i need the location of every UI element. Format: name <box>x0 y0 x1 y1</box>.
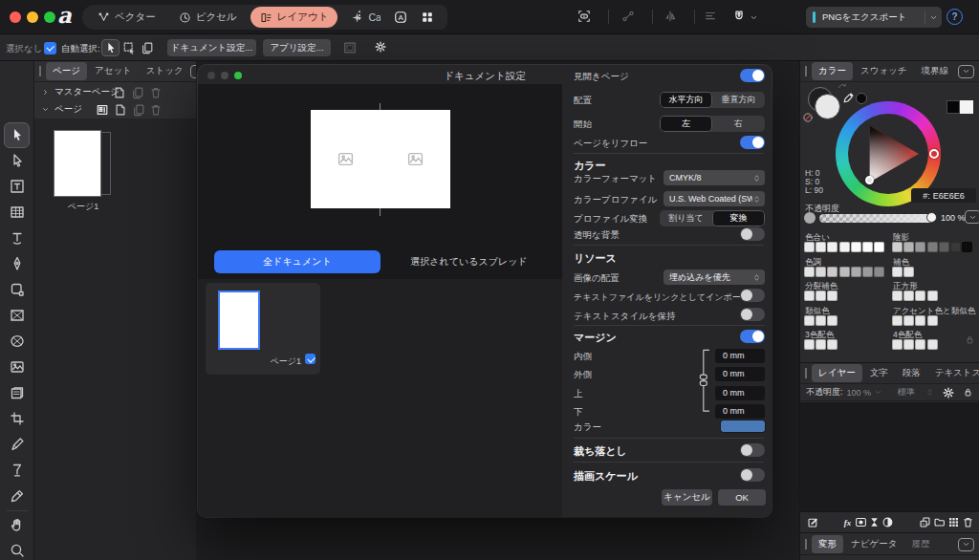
layers-tab-2[interactable]: 文字 <box>863 364 895 382</box>
harmony-swatch[interactable] <box>892 315 903 326</box>
harmony-swatch[interactable] <box>927 291 938 301</box>
image-placement-dropdown[interactable]: 埋め込みを優先 <box>664 269 765 285</box>
layer-settings-gear-icon[interactable] <box>942 386 955 399</box>
white-swatch[interactable] <box>960 100 973 114</box>
scale-toggle[interactable] <box>740 468 765 482</box>
harmony-swatch[interactable] <box>927 339 938 350</box>
node-tool[interactable] <box>10 153 25 168</box>
snapping-dropdown-icon[interactable] <box>750 13 758 22</box>
link-text-files-toggle[interactable] <box>740 289 765 302</box>
harmony-swatch[interactable] <box>816 339 826 350</box>
fill-layer-icon[interactable] <box>881 516 894 528</box>
vector-crop-tool[interactable] <box>10 411 25 426</box>
duplicate-page-icon[interactable] <box>132 103 145 117</box>
spread-tile[interactable]: ページ1 <box>206 283 320 375</box>
layers-list[interactable] <box>800 402 979 511</box>
picture-frame-rect-tool[interactable] <box>10 308 25 323</box>
artistic-text-tool[interactable] <box>10 230 25 246</box>
harmony-lock-icon[interactable] <box>965 334 975 345</box>
spread-tile-thumbnail[interactable] <box>218 291 260 350</box>
spread-include-checkbox[interactable] <box>305 354 315 364</box>
preview-mode-icon[interactable] <box>577 10 591 23</box>
margins-link-icon[interactable] <box>699 349 712 416</box>
duplicate-master-icon[interactable] <box>131 86 144 99</box>
harmony-swatch[interactable] <box>827 242 838 252</box>
margin-input-3[interactable]: 0 mm <box>715 386 765 400</box>
harmony-swatch[interactable] <box>892 242 903 252</box>
harmony-swatch[interactable] <box>939 242 949 252</box>
pages-tab-3[interactable]: ストック <box>140 62 190 80</box>
pages-tool[interactable] <box>10 385 25 400</box>
margin-color-swatch[interactable] <box>721 420 765 432</box>
opacity-dropdown[interactable] <box>965 210 979 224</box>
harmony-swatch[interactable] <box>892 291 903 301</box>
picture-frame-ellipse-tool[interactable] <box>10 334 25 349</box>
pattern-layer-icon[interactable] <box>947 516 960 528</box>
harmony-swatch[interactable] <box>892 267 903 277</box>
marquee-select-button[interactable] <box>122 41 136 54</box>
harmony-swatch[interactable] <box>862 267 873 277</box>
harmony-swatch[interactable] <box>874 267 884 277</box>
persona-tab-2[interactable]: ピクセル <box>169 7 247 28</box>
harmony-swatch[interactable] <box>915 291 925 301</box>
harmony-swatch[interactable] <box>874 242 884 252</box>
layers-tab-4[interactable]: テキストスタイル <box>928 364 979 382</box>
chevron-down-icon[interactable] <box>41 105 50 114</box>
harmony-swatch[interactable] <box>816 267 826 277</box>
layers-tab-3[interactable]: 段落 <box>896 364 927 382</box>
no-color-swatch[interactable] <box>802 112 814 123</box>
page-thumbnail-label[interactable]: ページ1 <box>54 201 112 213</box>
persona-menu-icon[interactable] <box>354 10 365 21</box>
delete-page-icon[interactable] <box>149 103 163 117</box>
harmony-swatch[interactable] <box>839 267 850 277</box>
mask-layer-icon[interactable] <box>855 516 867 528</box>
minimize-window-button[interactable] <box>27 11 38 23</box>
pages-tab-2[interactable]: アセット <box>88 62 139 80</box>
margin-input-2[interactable]: 0 mm <box>715 367 765 381</box>
blend-mode-value[interactable]: 標準 <box>898 386 915 398</box>
select-cursor-button[interactable] <box>101 39 120 56</box>
profile-convert-option[interactable]: 変換 <box>712 210 765 226</box>
opacity-slider[interactable] <box>819 214 934 223</box>
transform-tab-2[interactable]: ナビゲータ <box>844 535 903 553</box>
place-image-tool[interactable] <box>10 359 25 375</box>
harmony-swatch[interactable] <box>804 267 815 277</box>
margins-button[interactable] <box>343 41 357 54</box>
picked-color-swatch[interactable] <box>856 93 867 104</box>
close-window-button[interactable] <box>10 11 21 23</box>
harmony-swatch[interactable] <box>827 315 838 326</box>
transform-tab-3[interactable]: 履歴 <box>904 535 936 553</box>
black-swatch[interactable] <box>946 100 960 114</box>
panel-menu-button[interactable] <box>958 65 974 78</box>
persona-tab-1[interactable]: ベクター <box>88 7 165 28</box>
transparent-bg-toggle[interactable] <box>740 227 765 241</box>
start-right-option[interactable]: 右 <box>712 116 765 132</box>
harmony-swatch[interactable] <box>892 339 903 350</box>
brush-tool[interactable] <box>10 437 25 452</box>
harmony-swatch[interactable] <box>804 339 815 350</box>
page-thumbnail[interactable] <box>54 131 100 196</box>
color-tab-2[interactable]: スウォッチ <box>854 62 914 80</box>
language-icon[interactable]: A <box>394 11 407 24</box>
harmony-swatch[interactable] <box>804 315 815 326</box>
harmony-swatch[interactable] <box>903 315 914 326</box>
harmony-swatch[interactable] <box>927 242 938 252</box>
master-pages-row[interactable]: マスターページ <box>34 84 196 100</box>
harmony-swatch[interactable] <box>962 242 972 252</box>
style-picker-tool[interactable] <box>10 463 25 478</box>
export-dropdown-icon[interactable] <box>929 13 938 22</box>
harmony-swatch[interactable] <box>950 242 961 252</box>
pages-row[interactable]: ページ <box>34 101 196 118</box>
transform-tab-1[interactable]: 変形 <box>812 535 843 553</box>
hand-tool[interactable] <box>10 517 25 532</box>
pages-tab-1[interactable]: ページ <box>46 62 87 80</box>
facing-pages-toggle[interactable] <box>740 69 765 82</box>
flip-icon[interactable] <box>664 10 677 23</box>
bleed-toggle[interactable] <box>740 443 765 457</box>
sl-marker[interactable] <box>865 176 874 184</box>
alignment-icon[interactable] <box>704 10 717 23</box>
harmony-swatch[interactable] <box>839 242 850 252</box>
harmony-swatch[interactable] <box>804 242 815 252</box>
apply-master-icon[interactable] <box>96 103 109 117</box>
settings-button[interactable] <box>374 40 387 54</box>
